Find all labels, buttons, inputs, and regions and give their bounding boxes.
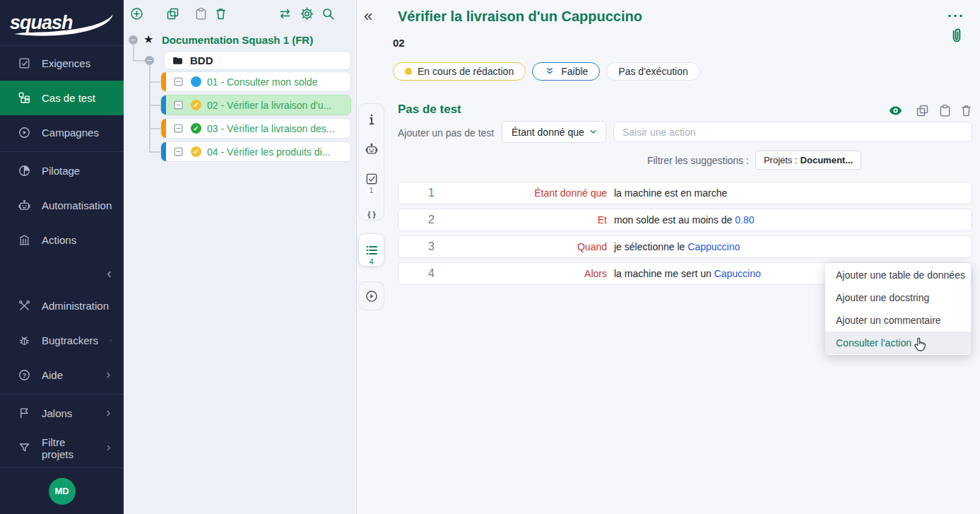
step-keyword: Et <box>469 214 607 226</box>
more-options-icon[interactable] <box>947 13 964 19</box>
sidebar-item[interactable]: Actions <box>0 223 124 257</box>
minus-square-icon[interactable] <box>173 123 184 134</box>
sidebar-item-label: Bugtrackers <box>42 334 98 346</box>
preview-eye-icon[interactable] <box>888 103 903 118</box>
keyword-select[interactable]: Étant donné que <box>502 121 606 143</box>
collapse-folder-icon[interactable]: − <box>145 56 154 65</box>
collapse-project-icon[interactable]: − <box>129 35 138 45</box>
chevron-down-icon <box>588 127 598 137</box>
collapse-panel-icon[interactable]: « <box>364 7 372 25</box>
add-node-button[interactable] <box>129 6 144 21</box>
step-action-text: la machine me sert un Capuccino <box>614 268 761 279</box>
sidebar-item[interactable]: Automatisation <box>0 188 124 223</box>
test-step-row[interactable]: 2 Et mon solde est au moins de 0.80 <box>398 209 972 231</box>
project-name[interactable]: Documentation Squash 1 (FR) <box>162 34 313 46</box>
tree-item-label: 03 - Vérifier la livraison des... <box>207 123 335 134</box>
collapse-sidebar-icon[interactable]: ‹ <box>0 257 124 288</box>
tree-folder[interactable]: BDD <box>164 51 351 70</box>
step-text-part: la machine est en marche <box>614 187 727 199</box>
chevron-right-icon <box>104 370 113 380</box>
tree-settings-button[interactable] <box>300 6 314 21</box>
minus-square-icon[interactable] <box>173 100 184 110</box>
step-action-text: mon solde est au moins de 0.80 <box>614 214 754 226</box>
tab-verified-requirements[interactable]: 1 <box>365 172 379 186</box>
funnel-icon <box>18 441 31 455</box>
filter-projects-button[interactable]: Projets : Document... <box>755 151 861 170</box>
import-export-button[interactable] <box>278 6 293 21</box>
context-menu-item[interactable]: Ajouter une docstring <box>825 286 971 309</box>
minus-square-icon[interactable] <box>173 76 184 87</box>
copy-node-button[interactable] <box>165 6 180 21</box>
context-menu-item-label: Ajouter une table de données <box>836 269 965 281</box>
automation-status-bar <box>161 119 166 138</box>
context-menu-item[interactable]: Consulter l'action <box>825 332 971 354</box>
status-badge[interactable]: En cours de rédaction <box>393 62 526 81</box>
sidebar-item-label: Filtre projets <box>42 436 94 460</box>
avatar[interactable]: MD <box>49 478 76 505</box>
sidebar-item-label: Pilotage <box>42 165 80 177</box>
testcase-icon <box>18 91 31 105</box>
context-menu-item-label: Consulter l'action <box>836 337 911 349</box>
chevron-right-icon <box>105 443 113 452</box>
step-text-part: la machine me sert un <box>614 268 714 279</box>
tab-test-steps[interactable]: 4 <box>365 243 379 257</box>
double-chevron-down-icon <box>544 66 555 77</box>
minus-square-icon[interactable] <box>173 146 184 157</box>
sidebar-item[interactable]: Campagnes <box>0 115 124 150</box>
delete-node-button[interactable] <box>213 6 228 21</box>
squash-logo: squash <box>0 0 124 46</box>
sidebar-item[interactable]: Aide <box>0 358 124 392</box>
star-icon[interactable]: ★ <box>143 33 153 46</box>
step-keyword: Quand <box>469 241 607 252</box>
tree-connector <box>149 151 160 153</box>
tab-automation[interactable] <box>365 142 379 156</box>
tree-connector <box>149 81 160 83</box>
tab-executions[interactable] <box>365 289 379 303</box>
attachment-icon[interactable] <box>947 25 966 47</box>
tab-information[interactable] <box>365 112 379 127</box>
avatar-zone: MD <box>0 467 124 514</box>
test-step-row[interactable]: 3 Quand je sélectionne le Cappuccino <box>398 235 972 258</box>
sidebar-item[interactable]: Bugtrackers <box>0 323 124 358</box>
test-step-row[interactable]: 1 Étant donné que la machine est en marc… <box>398 182 972 204</box>
importance-badge[interactable]: Faible <box>532 62 600 81</box>
tree-item[interactable]: 03 - Vérifier la livraison des... <box>160 118 351 139</box>
step-text-part: mon solde est au moins de <box>614 214 735 226</box>
anchor-tab-group: 1 <box>358 103 384 221</box>
action-input[interactable] <box>613 122 972 142</box>
app-window: squash Exigences Cas de test Campagnes <box>0 0 980 514</box>
paste-steps-icon[interactable] <box>938 103 952 118</box>
context-menu-item[interactable]: Ajouter une table de données <box>825 264 971 286</box>
sidebar-item[interactable]: Jalons <box>0 396 124 431</box>
sidebar-item[interactable]: Administration <box>0 288 124 323</box>
tab-parameters[interactable] <box>365 207 379 221</box>
reference-number: 02 <box>393 37 405 49</box>
sidebar-item[interactable]: Cas de test <box>0 81 124 115</box>
delete-steps-icon[interactable] <box>959 103 974 118</box>
sidebar-nav-top: Exigences Cas de test Campagnes <box>0 46 124 257</box>
sidebar-item[interactable]: Filtre projets <box>0 431 124 465</box>
tree-root-row: − ★ Documentation Squash 1 (FR) <box>124 31 357 49</box>
status-icon <box>191 76 201 87</box>
tree-connector <box>133 60 145 62</box>
tree-item[interactable]: 04 - Vérifier les produits di... <box>160 141 351 162</box>
sidebar-item[interactable]: Pilotage <box>0 153 124 188</box>
tree-item[interactable]: 02 - Vérifier la livraison d'u... <box>160 95 351 115</box>
robot-icon <box>18 199 31 212</box>
tree-search-button[interactable] <box>321 6 336 21</box>
paste-node-button[interactable] <box>194 6 208 21</box>
status-icon <box>191 123 201 134</box>
tree-item-label: 02 - Vérifier la livraison d'u... <box>207 100 331 111</box>
tree-item[interactable]: 01 - Consulter mon solde <box>160 71 351 92</box>
chevron-right-icon <box>104 409 113 418</box>
anchor-tab-steps: 4 <box>358 233 384 267</box>
tree-item-list: 01 - Consulter mon solde 02 - Vérifier l… <box>160 71 351 165</box>
admin-icon <box>18 299 31 313</box>
context-menu-item[interactable]: Ajouter un commentaire <box>825 309 971 332</box>
step-number: 4 <box>399 267 469 280</box>
sidebar-item[interactable]: Exigences <box>0 46 124 81</box>
keyword-select-value: Étant donné que <box>512 127 588 138</box>
copy-steps-icon[interactable] <box>915 103 930 118</box>
sidebar-item-label: Exigences <box>42 57 90 69</box>
execution-badge[interactable]: Pas d'exécution <box>606 62 699 81</box>
